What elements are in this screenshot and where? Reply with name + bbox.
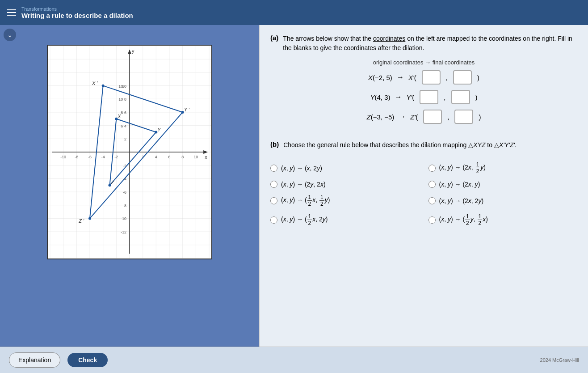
- svg-text:10: 10: [122, 84, 126, 89]
- radio-label-2: (x, y) → (2x, 12y): [439, 161, 486, 174]
- coord-y-close: ): [475, 93, 478, 101]
- coord-arrow-z: →: [399, 113, 406, 121]
- coord-x-comma: ,: [446, 74, 448, 81]
- section-b-question: Choose the general rule below that descr…: [283, 140, 517, 150]
- header-subtitle: Transformations: [21, 6, 133, 12]
- coord-row-y: Y(4, 3) → Y'( , ): [270, 90, 577, 104]
- coord-z-close: ): [479, 113, 481, 121]
- section-a-label: (a): [270, 34, 278, 42]
- svg-text:10: 10: [118, 97, 123, 102]
- arrow-label-left: original coordinates: [373, 59, 424, 66]
- section-b-label: (b): [270, 140, 279, 148]
- svg-text:8: 8: [121, 110, 123, 115]
- explanation-button[interactable]: Explanation: [9, 352, 60, 368]
- radio-label-1: (x, y) → (x, 2y): [281, 165, 322, 172]
- coord-y-comma: ,: [444, 93, 445, 101]
- radio-item-8[interactable]: (x, y) → (12y, 12x): [428, 213, 578, 226]
- section-a-question: The arrows below show that the coordinat…: [283, 34, 577, 53]
- radio-input-2[interactable]: [428, 165, 436, 172]
- coord-x-prime-label: X'(: [408, 74, 416, 81]
- section-b: (b) Choose the general rule below that d…: [270, 140, 577, 226]
- svg-text:6: 6: [124, 110, 126, 115]
- left-panel: ⌄: [0, 25, 259, 347]
- radio-input-4[interactable]: [428, 181, 436, 188]
- svg-text:-10: -10: [60, 155, 66, 159]
- svg-text:-2: -2: [114, 155, 118, 159]
- svg-text:-10: -10: [121, 216, 126, 221]
- radio-item-4[interactable]: (x, y) → (2x, y): [428, 181, 578, 188]
- coord-z-prime-label: Z'(: [410, 113, 418, 121]
- radio-item-1[interactable]: (x, y) → (x, 2y): [270, 161, 420, 174]
- check-button[interactable]: Check: [67, 353, 108, 367]
- coord-x-close: ): [477, 74, 479, 81]
- svg-text:-2: -2: [123, 164, 126, 168]
- coord-z-comma: ,: [447, 113, 449, 121]
- input-y-prime-x[interactable]: [420, 90, 438, 104]
- radio-item-7[interactable]: (x, y) → (12x, 2y): [270, 213, 420, 226]
- coord-row-x: X(−2, 5) → X'( , ): [270, 70, 577, 85]
- radio-input-8[interactable]: [428, 216, 436, 224]
- menu-icon[interactable]: [7, 9, 16, 16]
- svg-text:8: 8: [124, 97, 126, 102]
- coord-y-prime-label: Y'(: [406, 93, 414, 101]
- radio-label-5: (x, y) → (12x, 12y): [281, 194, 330, 207]
- radio-item-5[interactable]: (x, y) → (12x, 12y): [270, 194, 420, 207]
- radio-item-6[interactable]: (x, y) → (2x, 2y): [428, 194, 578, 207]
- input-z-prime-y[interactable]: [454, 110, 473, 124]
- svg-text:6: 6: [168, 155, 171, 159]
- svg-text:-4: -4: [101, 155, 105, 159]
- arrow-label: original coordinates → final coordinates: [270, 59, 577, 66]
- radio-input-7[interactable]: [270, 216, 277, 224]
- svg-text:Z ': Z ': [78, 218, 84, 224]
- graph-container: y x 10 8 6 10 -6 -4 -2 2 4 6 8 10 -8 -10: [47, 45, 212, 259]
- radio-label-6: (x, y) → (2x, 2y): [439, 197, 484, 204]
- svg-text:Y ': Y ': [184, 107, 190, 112]
- graph-svg: y x 10 8 6 10 -6 -4 -2 2 4 6 8 10 -8 -10: [48, 46, 211, 259]
- copyright-text: 2024 McGraw-Hill: [540, 357, 579, 363]
- bottom-bar: Explanation Check 2024 McGraw-Hill: [0, 347, 588, 373]
- header-text: Transformations Writing a rule to descri…: [21, 6, 133, 19]
- input-y-prime-y[interactable]: [451, 90, 470, 104]
- svg-point-68: [102, 85, 105, 87]
- svg-text:10: 10: [193, 155, 198, 159]
- coord-x-orig: X(−2, 5): [368, 74, 392, 81]
- radio-label-8: (x, y) → (12y, 12x): [439, 213, 488, 226]
- svg-text:-12: -12: [121, 230, 126, 234]
- right-panel: (a) The arrows below show that the coord…: [259, 25, 588, 347]
- coord-arrow-x: →: [397, 73, 404, 81]
- input-x-prime-x[interactable]: [422, 70, 441, 85]
- radio-input-6[interactable]: [428, 197, 436, 204]
- section-a: (a) The arrows below show that the coord…: [270, 34, 577, 124]
- svg-text:-8: -8: [75, 155, 78, 159]
- svg-text:6: 6: [121, 124, 123, 128]
- svg-text:4: 4: [155, 155, 157, 159]
- coord-y-orig: Y(4, 3): [370, 93, 390, 101]
- radio-label-4: (x, y) → (2x, y): [439, 181, 480, 188]
- svg-text:y: y: [132, 48, 134, 54]
- svg-text:4: 4: [124, 124, 126, 128]
- svg-text:X: X: [117, 114, 121, 119]
- svg-text:8: 8: [181, 155, 184, 159]
- radio-item-2[interactable]: (x, y) → (2x, 12y): [428, 161, 578, 174]
- radio-label-7: (x, y) → (12x, 2y): [281, 213, 328, 226]
- radio-item-3[interactable]: (x, y) → (2y, 2x): [270, 181, 420, 188]
- radio-input-1[interactable]: [270, 165, 277, 172]
- main-content: ⌄: [0, 25, 588, 347]
- collapse-button[interactable]: ⌄: [4, 29, 16, 41]
- arrow-label-right: final coordinates: [433, 59, 475, 66]
- coord-arrow-y: →: [395, 93, 402, 101]
- svg-text:Z: Z: [110, 180, 114, 185]
- svg-text:2: 2: [124, 137, 126, 141]
- svg-text:x: x: [205, 154, 207, 160]
- divider: [270, 133, 577, 133]
- svg-point-72: [88, 217, 91, 220]
- input-z-prime-x[interactable]: [423, 110, 442, 124]
- svg-text:-6: -6: [88, 155, 92, 159]
- radio-label-3: (x, y) → (2y, 2x): [281, 181, 326, 188]
- coord-row-z: Z(−3, −5) → Z'( , ): [270, 110, 577, 124]
- radio-input-3[interactable]: [270, 181, 277, 188]
- coord-z-orig: Z(−3, −5): [367, 113, 395, 121]
- radio-input-5[interactable]: [270, 197, 277, 204]
- svg-text:Y: Y: [157, 127, 161, 132]
- input-x-prime-y[interactable]: [453, 70, 472, 85]
